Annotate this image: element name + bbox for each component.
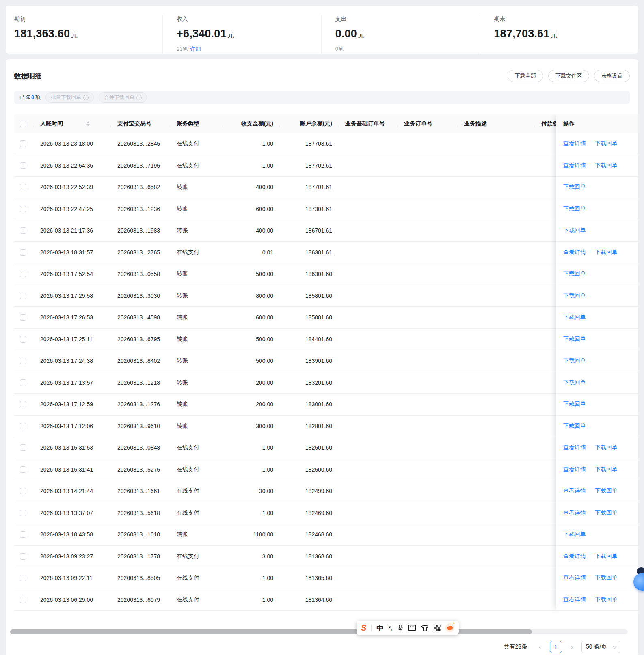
row-checkbox[interactable]: [20, 358, 26, 364]
cell-type: 转账: [170, 422, 223, 430]
cell-balance: 185801.60: [280, 293, 339, 299]
table-row: 2026-03-13 17:12:06 20260313...9610 转账 3…: [14, 416, 638, 437]
view-detail-link[interactable]: 查看详情: [563, 162, 586, 169]
download-zone-button[interactable]: 下载文件区: [548, 70, 589, 82]
download-receipt-link[interactable]: 下载回单: [595, 466, 618, 473]
row-actions: 查看详情 下载回单: [556, 285, 638, 307]
download-receipt-link[interactable]: 下载回单: [595, 574, 618, 582]
sort-toggle[interactable]: [86, 121, 90, 126]
download-receipt-link[interactable]: 下载回单: [563, 357, 586, 364]
income-detail-link[interactable]: 详细: [190, 46, 201, 52]
cell-time: 2026-03-13 13:37:07: [34, 510, 111, 516]
row-checkbox[interactable]: [20, 206, 26, 212]
row-checkbox[interactable]: [20, 140, 26, 147]
download-receipt-link[interactable]: 下载回单: [595, 444, 618, 451]
table-settings-button[interactable]: 表格设置: [594, 70, 630, 82]
view-detail-link[interactable]: 查看详情: [563, 466, 586, 473]
view-detail-link[interactable]: 查看详情: [563, 509, 586, 517]
download-receipt-link[interactable]: 下载回单: [563, 292, 586, 299]
cell-time: 2026-03-13 17:12:59: [34, 401, 111, 407]
row-checkbox[interactable]: [20, 162, 26, 169]
ai-assistant-icon[interactable]: [445, 623, 454, 632]
row-checkbox[interactable]: [20, 597, 26, 603]
view-detail-link[interactable]: 查看详情: [563, 553, 586, 560]
cell-type: 在线支付: [170, 162, 223, 169]
view-detail-link[interactable]: 查看详情: [563, 487, 586, 495]
microphone-icon[interactable]: [397, 624, 404, 632]
merge-download-button[interactable]: 合并下载回单i: [99, 92, 147, 103]
row-checkbox[interactable]: [20, 227, 26, 234]
prev-page-button[interactable]: ‹: [534, 641, 546, 653]
row-checkbox[interactable]: [20, 293, 26, 299]
row-checkbox[interactable]: [20, 488, 26, 494]
download-receipt-link[interactable]: 下载回单: [563, 314, 586, 321]
download-receipt-link[interactable]: 下载回单: [595, 249, 618, 256]
keyboard-icon[interactable]: [408, 625, 416, 631]
row-checkbox[interactable]: [20, 423, 26, 429]
download-receipt-link[interactable]: 下载回单: [595, 553, 618, 560]
horizontal-scrollbar[interactable]: [10, 629, 628, 634]
punctuation-icon[interactable]: °,: [388, 625, 391, 631]
chinese-mode-icon[interactable]: 中: [376, 623, 383, 633]
download-receipt-link[interactable]: 下载回单: [563, 379, 586, 386]
batch-download-button[interactable]: 批量下载回单i: [45, 92, 94, 103]
download-receipt-link[interactable]: 下载回单: [563, 270, 586, 278]
row-checkbox[interactable]: [20, 444, 26, 451]
col-balance: 账户余额(元): [280, 120, 339, 127]
row-checkbox[interactable]: [20, 531, 26, 538]
row-checkbox[interactable]: [20, 314, 26, 321]
view-detail-link[interactable]: 查看详情: [563, 574, 586, 582]
view-detail-link[interactable]: 查看详情: [563, 249, 586, 256]
view-detail-link[interactable]: 查看详情: [563, 140, 586, 147]
col-desc: 业务描述: [458, 120, 535, 127]
download-receipt-link[interactable]: 下载回单: [595, 140, 618, 147]
view-detail-link[interactable]: 查看详情: [563, 444, 586, 451]
row-checkbox[interactable]: [20, 336, 26, 343]
select-all-checkbox[interactable]: [20, 121, 26, 127]
download-receipt-link[interactable]: 下载回单: [595, 162, 618, 169]
sogou-logo-icon[interactable]: S: [361, 624, 366, 632]
cell-amount: 3.00: [223, 553, 280, 560]
table-row: 2026-03-13 17:29:58 20260313...3030 转账 8…: [14, 285, 638, 307]
cell-time: 2026-03-13 21:17:36: [34, 227, 111, 234]
cell-txid: 20260313...1983: [111, 227, 170, 234]
row-checkbox[interactable]: [20, 379, 26, 386]
table-row: 2026-03-13 10:43:58 20260313...1010 转账 1…: [14, 524, 638, 546]
page-size-select[interactable]: 50 条/页: [581, 641, 620, 653]
current-page[interactable]: 1: [550, 641, 562, 653]
download-receipt-link[interactable]: 下载回单: [595, 487, 618, 495]
cell-amount: 1.00: [223, 575, 280, 581]
row-checkbox[interactable]: [20, 401, 26, 407]
next-page-button[interactable]: ›: [566, 641, 577, 653]
row-checkbox[interactable]: [20, 510, 26, 516]
row-checkbox[interactable]: [20, 466, 26, 473]
download-receipt-link[interactable]: 下载回单: [563, 227, 586, 234]
row-checkbox[interactable]: [20, 184, 26, 190]
closing-unit: 元: [550, 31, 557, 39]
cell-time: 2026-03-13 17:12:06: [34, 423, 111, 429]
row-checkbox[interactable]: [20, 553, 26, 560]
summary-opening: 期初 181,363.60元: [6, 15, 162, 54]
cell-balance: 187703.61: [280, 140, 339, 147]
download-receipt-link[interactable]: 下载回单: [595, 509, 618, 517]
download-receipt-link[interactable]: 下载回单: [563, 183, 586, 191]
cell-time: 2026-03-13 15:31:53: [34, 444, 111, 451]
download-receipt-link[interactable]: 下载回单: [563, 422, 586, 430]
skin-tshirt-icon[interactable]: [421, 625, 429, 631]
view-detail-link[interactable]: 查看详情: [563, 596, 586, 603]
cell-type: 转账: [170, 183, 223, 191]
download-receipt-link[interactable]: 下载回单: [563, 531, 586, 538]
row-checkbox[interactable]: [20, 575, 26, 581]
cell-balance: 183901.60: [280, 358, 339, 364]
toolbox-grid-icon[interactable]: [434, 625, 441, 631]
download-receipt-link[interactable]: 下载回单: [563, 401, 586, 408]
download-receipt-link[interactable]: 下载回单: [563, 205, 586, 213]
row-checkbox[interactable]: [20, 271, 26, 277]
download-receipt-link[interactable]: 下载回单: [595, 596, 618, 603]
cell-balance: 181365.60: [280, 575, 339, 581]
download-receipt-link[interactable]: 下载回单: [563, 336, 586, 343]
download-all-button[interactable]: 下载全部: [508, 70, 543, 82]
cell-txid: 20260313...1218: [111, 379, 170, 386]
closing-value: 187,703.61元: [494, 27, 638, 42]
row-checkbox[interactable]: [20, 249, 26, 256]
